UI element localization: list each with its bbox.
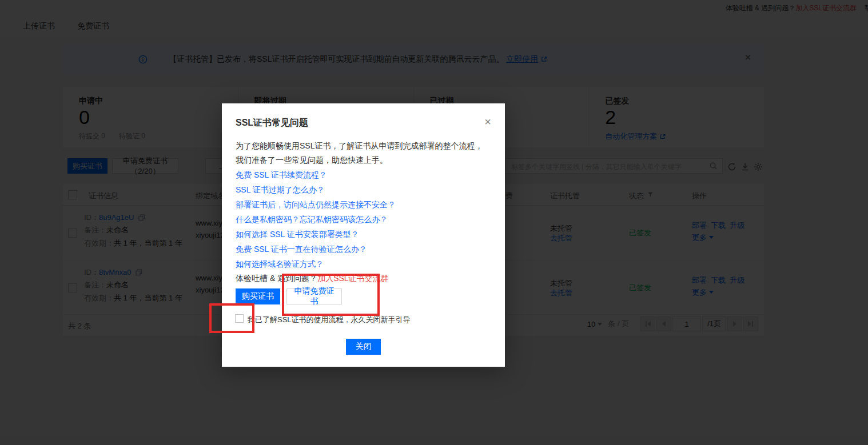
faq-link-renewal[interactable]: 免费 SSL 证书续费流程？ xyxy=(236,170,327,181)
annotation-box-checkbox xyxy=(209,303,254,333)
faq-link-domain-verify[interactable]: 如何选择域名验证方式？ xyxy=(236,259,324,270)
faq-link-expired[interactable]: SSL 证书过期了怎么办？ xyxy=(236,185,325,195)
modal-title: SSL证书常见问题 xyxy=(236,117,308,129)
faq-link-pending-verify[interactable]: 免费 SSL 证书一直在待验证怎么办？ xyxy=(236,244,367,255)
modal-intro: 为了您能顺畅使用SSL证书，了解证书从申请到完成部署的整个流程，我们准备了一些常… xyxy=(236,139,488,167)
faq-link-deploy-type[interactable]: 如何选择 SSL 证书安装部署类型？ xyxy=(236,230,359,240)
close-button[interactable]: 关闭 xyxy=(346,339,381,355)
modal-close-icon[interactable]: × xyxy=(484,116,491,127)
buy-cert-button[interactable]: 购买证书 xyxy=(236,288,280,304)
dismiss-guide-label: 我已了解SSL证书的使用流程，永久关闭新手引导 xyxy=(248,315,411,325)
faq-link-private-key[interactable]: 什么是私钥密码？忘记私钥密码该怎么办？ xyxy=(236,215,388,225)
annotation-box-join-group xyxy=(282,274,380,316)
faq-modal: SSL证书常见问题 × 为了您能顺畅使用SSL证书，了解证书从申请到完成部署的整… xyxy=(222,103,505,367)
faq-link-insecure[interactable]: 部署证书后，访问站点仍然提示连接不安全？ xyxy=(236,200,396,210)
